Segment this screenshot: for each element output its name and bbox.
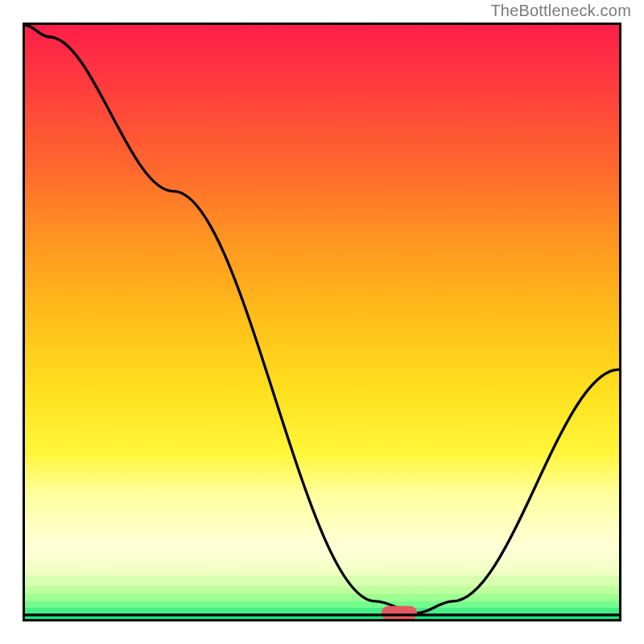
bottleneck-curve: [25, 25, 619, 613]
optimal-marker: [382, 606, 417, 619]
chart-plot-area: [23, 23, 621, 621]
watermark-text: TheBottleneck.com: [490, 2, 631, 20]
chart-curve-svg: [25, 25, 619, 619]
